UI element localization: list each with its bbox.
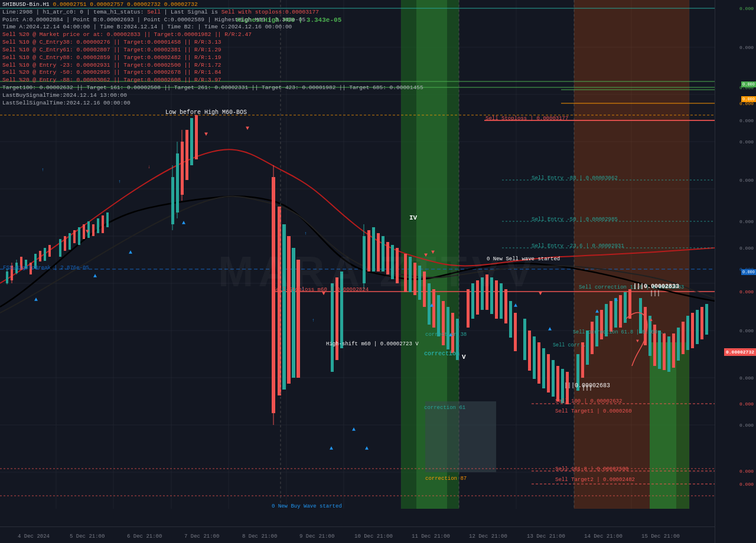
time-1: 5 Dec 21:00	[70, 534, 105, 539]
svg-rect-113	[509, 301, 512, 338]
time-10: 14 Dec 21:00	[584, 534, 623, 539]
svg-rect-122	[556, 366, 559, 401]
time-0: 4 Dec 2024	[18, 534, 50, 539]
svg-rect-71	[190, 118, 193, 165]
svg-text:↓: ↓	[148, 164, 151, 169]
svg-text:▲: ▲	[430, 302, 434, 309]
svg-rect-128	[591, 322, 594, 354]
svg-text:↑: ↑	[118, 179, 121, 184]
svg-rect-110	[495, 280, 498, 319]
svg-rect-27	[425, 401, 496, 472]
svg-text:▼: ▼	[636, 338, 639, 344]
time-6: 10 Dec 21:00	[354, 534, 393, 539]
svg-text:▼: ▼	[246, 125, 249, 132]
svg-rect-115	[523, 319, 526, 360]
svg-rect-57	[78, 227, 80, 245]
info-line-5: Sell %10 @ C_Entry88: 0.00002859 || Targ…	[2, 54, 423, 62]
svg-rect-95	[418, 266, 421, 300]
svg-rect-92	[404, 254, 407, 292]
svg-rect-62	[102, 215, 104, 233]
svg-rect-121	[552, 360, 555, 397]
sell-stoploss-m60-label: Sell-Stoploss m60 | 0.00002824	[273, 287, 369, 293]
info-line-3: Sell %10 @ C_Entry38: 0.00000276 || Targ…	[2, 39, 423, 47]
svg-rect-90	[391, 245, 394, 279]
top-info-panel: SHIBUSD-Bin.H1 0.00002751 0.00002757 0.0…	[2, 1, 423, 107]
svg-rect-56	[73, 230, 76, 243]
svg-rect-111	[500, 283, 503, 319]
time-11: 15 Dec 21:00	[641, 534, 680, 539]
svg-rect-63	[106, 212, 109, 227]
svg-rect-53	[59, 239, 61, 257]
correction-38-label: correction 38	[425, 332, 467, 338]
svg-rect-58	[83, 224, 85, 239]
price-ticker: 0.00002751 0.00002757 0.00002732 0.00002…	[53, 1, 198, 8]
svg-text:▲: ▲	[548, 326, 552, 332]
svg-rect-106	[476, 280, 479, 315]
svg-text:▼: ▼	[424, 252, 428, 259]
svg-rect-146	[682, 322, 685, 354]
time-3: 7 Dec 21:00	[184, 534, 219, 539]
svg-rect-117	[533, 336, 536, 379]
info-line-8: Sell %20 @ Entry -88: 0.00003062 || Targ…	[2, 77, 423, 84]
svg-rect-107	[481, 277, 484, 310]
price-420: 0.000	[739, 246, 754, 251]
svg-text:▼: ▼	[539, 290, 542, 297]
svg-text:IV: IV	[409, 214, 418, 221]
sell-target1-label: Sell Target1 | 0.0000260	[555, 408, 632, 414]
svg-rect-119	[542, 348, 545, 388]
svg-rect-109	[490, 277, 493, 314]
svg-rect-75	[278, 207, 281, 395]
time-2: 6 Dec 21:00	[127, 534, 162, 539]
svg-rect-147	[686, 316, 689, 350]
price-640: 0.000	[739, 375, 754, 381]
info-line-11: LastSellSignalTime:2024.12.16 00:00:00	[2, 100, 423, 107]
svg-text:▼: ▼	[204, 131, 208, 138]
svg-rect-80	[331, 283, 334, 372]
svg-rect-150	[700, 307, 703, 339]
svg-rect-88	[382, 236, 384, 272]
svg-rect-120	[547, 354, 550, 392]
price-240: 0.000	[739, 139, 754, 145]
info-line-9: Target100: 0.00002632 || Target 161: 0.0…	[2, 84, 423, 92]
svg-rect-89	[386, 242, 389, 274]
price-494: 0.000	[739, 289, 754, 295]
svg-rect-143	[667, 336, 670, 372]
svg-rect-134	[619, 295, 622, 328]
info-line-10: LastBuySignalTime:2024.12.14 13:00:00	[2, 92, 423, 100]
svg-rect-52	[48, 245, 51, 257]
price-798: 0.000	[739, 469, 754, 474]
new-sell-wave-label: 0 New Sell wave started	[487, 256, 560, 262]
svg-rect-151	[705, 304, 708, 335]
symbol-line: SHIBUSD-Bin.H1 0.00002751 0.00002757 0.0…	[2, 1, 423, 9]
svg-text:▼: ▼	[86, 228, 89, 235]
svg-rect-145	[677, 328, 680, 361]
svg-text:▲: ▲	[34, 296, 38, 303]
svg-rect-77	[287, 236, 291, 384]
svg-rect-100	[442, 301, 445, 345]
info-line-4: Sell %10 @ C_Entry61: 0.00002807 || Targ…	[2, 47, 423, 54]
svg-rect-137	[639, 298, 642, 333]
svg-rect-144	[672, 333, 675, 368]
svg-text:▼: ▼	[431, 249, 435, 256]
svg-text:↑: ↑	[41, 167, 44, 172]
price-1: 0.000	[739, 45, 754, 50]
new-buy-wave-label: 0 New Buy Wave started	[272, 503, 342, 509]
svg-rect-93	[409, 257, 412, 292]
svg-rect-148	[691, 313, 694, 348]
svg-rect-142	[663, 333, 666, 370]
svg-rect-116	[528, 331, 531, 371]
info-line-2: Sell %20 @ Market price or at: 0.0000283…	[2, 31, 423, 39]
time-7: 11 Dec 21:00	[412, 534, 450, 539]
line-info: Line:2908 | h1_atr_c0: 0 | tema_h1_statu…	[2, 9, 423, 17]
svg-rect-72	[195, 115, 198, 159]
info-line-7: Sell %20 @ Entry -50: 0.00002985 || Targ…	[2, 69, 423, 77]
price-display-1: |||0.00002833	[633, 283, 679, 290]
svg-rect-85	[367, 230, 370, 272]
svg-rect-132	[610, 301, 612, 332]
svg-rect-108	[485, 274, 488, 310]
svg-rect-51	[44, 248, 46, 261]
svg-text:▲: ▲	[614, 296, 618, 303]
svg-rect-54	[64, 236, 66, 251]
correction-detected-label: correction	[424, 351, 460, 357]
svg-text:▲: ▲	[365, 445, 369, 452]
